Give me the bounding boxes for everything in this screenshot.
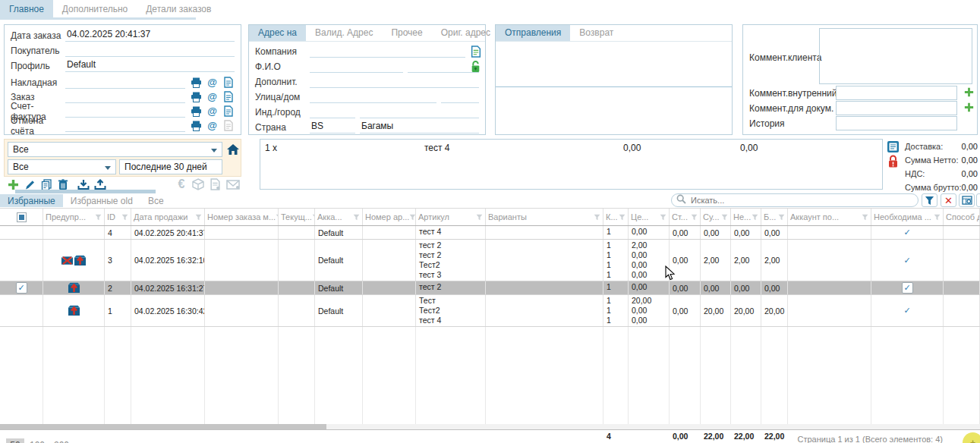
- invoice-list-icon[interactable]: [887, 140, 900, 152]
- table-row[interactable]: 404.02.2025 20:41:37Defaultтест 410,000,…: [0, 226, 980, 240]
- city-field[interactable]: [360, 105, 479, 118]
- cancel-invoice-field[interactable]: [65, 119, 185, 132]
- page-size-200[interactable]: 200: [52, 438, 71, 443]
- column-header[interactable]: Аккаунт по...: [788, 209, 871, 225]
- status-filter-select[interactable]: Все: [8, 142, 222, 157]
- home-icon[interactable]: [225, 142, 241, 157]
- print-icon[interactable]: [190, 120, 203, 132]
- internal-comment-input[interactable]: [836, 86, 957, 100]
- column-header[interactable]: К...: [603, 209, 629, 225]
- select-all-checkbox[interactable]: [17, 212, 27, 222]
- copy-document-icon[interactable]: [469, 46, 482, 58]
- tab-additional[interactable]: Дополнительно: [53, 0, 137, 20]
- order-date-field[interactable]: 04.02.2025 20:41:37: [65, 29, 235, 42]
- buyer-field[interactable]: [65, 44, 235, 57]
- tab-returns[interactable]: Возврат: [570, 25, 622, 41]
- more-icon[interactable]: ⋮: [976, 193, 980, 207]
- tab-favorites[interactable]: Избранные: [0, 194, 63, 207]
- tab-address-to[interactable]: Адрес на: [249, 25, 306, 41]
- print-icon[interactable]: [190, 91, 203, 103]
- column-header[interactable]: Ст...: [670, 209, 701, 225]
- tab-orig-address[interactable]: Ориг. адрес: [432, 25, 499, 41]
- column-header[interactable]: Номер ар...: [363, 209, 416, 225]
- column-header[interactable]: Не...: [731, 209, 761, 225]
- first-name-field[interactable]: [310, 60, 403, 73]
- chevron-down-icon: [105, 166, 111, 170]
- invoice-field[interactable]: [65, 105, 185, 118]
- filter-icon[interactable]: [922, 193, 937, 207]
- column-header[interactable]: Предупр...: [43, 209, 105, 225]
- tab-favorites-old[interactable]: Избранные old: [63, 194, 140, 207]
- document-icon[interactable]: [222, 77, 235, 89]
- zip-field[interactable]: [310, 105, 355, 118]
- column-header[interactable]: Б...: [761, 209, 788, 225]
- email-icon[interactable]: @: [206, 91, 219, 103]
- column-header[interactable]: Текущ...: [279, 209, 315, 225]
- table-row[interactable]: ✓204.02.2025 16:31:27Defaultтест 210,000…: [0, 281, 980, 295]
- horizontal-scrollbar[interactable]: [0, 424, 326, 429]
- docs-comment-input[interactable]: [836, 101, 957, 115]
- client-comment-textarea[interactable]: [819, 28, 972, 84]
- column-header[interactable]: Необходима ...: [871, 209, 944, 225]
- email-icon[interactable]: @: [206, 105, 219, 118]
- column-header[interactable]: Артикул: [416, 209, 486, 225]
- column-header[interactable]: Су...: [701, 209, 731, 225]
- search-input[interactable]: [689, 195, 913, 206]
- grid-header-row: Предупр...IDДата продажиНомер заказа м..…: [0, 208, 980, 226]
- brutto-total-value: 0,00: [947, 183, 978, 192]
- mail-star-icon: [226, 178, 240, 191]
- profile-label: Профиль: [11, 61, 65, 71]
- table-row[interactable]: 104.02.2025 16:30:42DefaultТестТест2тест…: [0, 295, 980, 327]
- docs-comment-label: Коммент.для докум.: [749, 103, 833, 114]
- column-header[interactable]: Це...: [629, 209, 670, 225]
- clear-filter-icon[interactable]: ✕: [941, 193, 956, 207]
- history-input[interactable]: [836, 116, 957, 130]
- additional-field[interactable]: [310, 75, 479, 88]
- print-icon[interactable]: [190, 105, 203, 118]
- row-checkbox[interactable]: ✓: [16, 282, 27, 294]
- check-icon: ✓: [903, 228, 910, 237]
- order-form-panel: Дата заказа 04.02.2025 20:41:37 Покупате…: [4, 24, 241, 135]
- panel-scrollbar[interactable]: [15, 190, 156, 193]
- page-size-50[interactable]: 50: [6, 438, 24, 443]
- company-field[interactable]: [310, 45, 465, 58]
- street-field[interactable]: [310, 90, 436, 103]
- table-row[interactable]: 304.02.2025 16:32:10Defaultтест 2тест 2Т…: [0, 240, 980, 281]
- type-filter-select[interactable]: Все: [8, 159, 116, 174]
- document-icon[interactable]: [222, 105, 235, 118]
- column-header[interactable]: Акка...: [315, 209, 363, 225]
- column-header[interactable]: ID: [105, 209, 131, 225]
- document-icon[interactable]: [222, 91, 235, 103]
- tab-all[interactable]: Все: [140, 194, 172, 207]
- grid-search-icon[interactable]: [959, 193, 975, 207]
- house-field[interactable]: [441, 90, 479, 103]
- column-header[interactable]: Номер заказа м...: [205, 209, 279, 225]
- email-icon[interactable]: @: [206, 120, 219, 132]
- column-header[interactable]: Варианты: [486, 209, 603, 225]
- order-doc-field[interactable]: [65, 90, 185, 103]
- tab-address-other[interactable]: Прочее: [382, 25, 431, 41]
- waybill-field[interactable]: [65, 76, 185, 89]
- search-box[interactable]: [671, 193, 919, 207]
- country-name-field[interactable]: Багамы: [360, 121, 479, 134]
- period-input[interactable]: Последние 30 дней: [119, 159, 222, 174]
- profile-field[interactable]: Default: [65, 59, 235, 72]
- tab-shipments[interactable]: Отправления: [496, 25, 570, 41]
- plus-icon[interactable]: [963, 101, 975, 113]
- green-lock-icon[interactable]: [469, 61, 482, 73]
- plus-icon[interactable]: [963, 86, 975, 98]
- red-lock-icon[interactable]: [887, 156, 900, 168]
- tab-order-details[interactable]: Детали заказов: [137, 0, 220, 20]
- last-name-field[interactable]: [408, 60, 479, 73]
- netto-total-value: 0,00: [947, 156, 978, 165]
- tab-valid-address[interactable]: Валид. Адрес: [306, 25, 382, 41]
- item-price: 0,00: [623, 143, 641, 153]
- page-size-100[interactable]: 100: [27, 438, 47, 443]
- column-header[interactable]: Дата продажи: [131, 209, 205, 225]
- email-icon[interactable]: @: [206, 77, 219, 89]
- country-code-field[interactable]: BS: [310, 121, 355, 134]
- print-icon[interactable]: [190, 77, 203, 89]
- tab-main[interactable]: Главное: [0, 0, 53, 20]
- order-items-box[interactable]: 1 x тест 4 0,00 0,00: [260, 139, 883, 190]
- column-header[interactable]: Способ доставк: [944, 209, 980, 225]
